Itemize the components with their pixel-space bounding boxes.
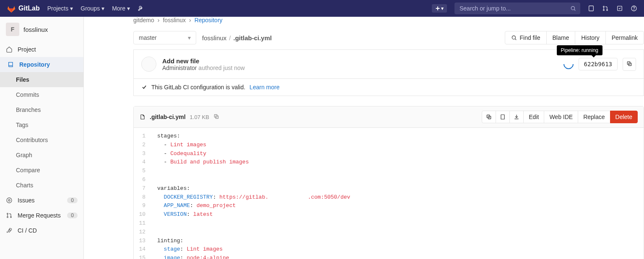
sidebar-sub-tags[interactable]: Tags: [0, 117, 83, 132]
replace-button[interactable]: Replace: [578, 111, 610, 123]
copy-icon: [213, 114, 219, 119]
svg-point-10: [7, 198, 12, 203]
copy-sha-button[interactable]: [623, 58, 636, 71]
svg-rect-3: [589, 6, 594, 11]
document-icon: [140, 114, 145, 120]
chevron-down-icon: ▾: [127, 5, 130, 12]
svg-point-9: [634, 10, 634, 10]
copy-contents-button[interactable]: [482, 111, 496, 123]
chevron-down-icon: ▾: [188, 34, 191, 41]
delete-button[interactable]: Delete: [610, 111, 638, 123]
sidebar-sub-graph[interactable]: Graph: [0, 148, 83, 163]
svg-point-5: [603, 10, 605, 11]
todos-icon[interactable]: [616, 5, 623, 12]
commit-sha[interactable]: 622b9613: [579, 58, 618, 70]
book-icon: [8, 61, 14, 68]
copy-icon: [486, 114, 492, 120]
svg-point-16: [512, 36, 516, 39]
sidebar-item-cicd[interactable]: CI / CD: [0, 223, 83, 238]
topnav-groups[interactable]: Groups ▾: [80, 5, 104, 12]
code-source[interactable]: stages: - Lint images - Codequality - Bu…: [152, 128, 644, 259]
global-search[interactable]: [454, 3, 580, 14]
issues-icon: [6, 197, 13, 204]
copy-path-button[interactable]: [213, 114, 219, 121]
permalink-button[interactable]: Permalink: [605, 31, 644, 44]
copy-icon: [626, 61, 632, 67]
file-panel: .gitlab-ci.yml 1.07 KB Edit Web IDE Repl…: [133, 106, 644, 259]
breadcrumb-section[interactable]: Repository: [195, 17, 223, 23]
ci-validity-banner: This GitLab CI configuration is valid. L…: [133, 79, 644, 96]
sidebar-sub-branches[interactable]: Branches: [0, 102, 83, 117]
merge-request-icon[interactable]: [602, 5, 609, 12]
webide-button[interactable]: Web IDE: [544, 111, 578, 123]
file-size: 1.07 KB: [190, 114, 209, 120]
search-input[interactable]: [459, 5, 570, 12]
validity-learn-more[interactable]: Learn more: [249, 84, 280, 91]
validity-text: This GitLab CI configuration is valid.: [151, 84, 245, 91]
file-name: .gitlab-ci.yml: [150, 114, 186, 120]
topnav-projects[interactable]: Projects ▾: [47, 5, 73, 12]
commit-time: authored just now: [198, 65, 245, 71]
brand[interactable]: GitLab: [7, 4, 40, 13]
svg-point-13: [7, 217, 8, 218]
wrench-icon[interactable]: [138, 5, 144, 12]
blame-button[interactable]: Blame: [546, 31, 576, 44]
commit-title: Add new file: [162, 57, 245, 65]
breadcrumb-project[interactable]: fosslinux: [163, 17, 185, 23]
issues-icon[interactable]: [588, 5, 595, 12]
merge-icon: [6, 212, 13, 219]
pipeline-status-running-icon[interactable]: [561, 57, 576, 71]
branch-selector[interactable]: master ▾: [133, 31, 196, 44]
raw-button[interactable]: [496, 111, 510, 123]
sidebar-sub-commits[interactable]: Commits: [0, 87, 83, 102]
chevron-right-icon: ›: [158, 17, 160, 23]
sidebar-sub-contributors[interactable]: Contributors: [0, 132, 83, 148]
line-numbers: 123456789101112131415: [134, 128, 152, 259]
file-header: .gitlab-ci.yml 1.07 KB Edit Web IDE Repl…: [134, 106, 644, 128]
sidebar-project-header[interactable]: F fosslinux: [0, 17, 83, 42]
svg-point-15: [9, 230, 10, 231]
commit-author[interactable]: Administrator: [162, 65, 197, 71]
help-icon[interactable]: [631, 5, 637, 12]
branch-value: master: [139, 34, 157, 41]
sidebar-item-project[interactable]: Project: [0, 42, 83, 57]
topbar: GitLab Projects ▾ Groups ▾ More ▾ ▾: [0, 0, 644, 17]
download-button[interactable]: [509, 111, 524, 123]
sidebar-item-issues[interactable]: Issues 0: [0, 193, 83, 208]
path-file: .gitlab-ci.yml: [234, 34, 272, 41]
path-root[interactable]: fosslinux: [202, 34, 226, 41]
author-avatar: [141, 57, 156, 72]
topbar-right: [588, 5, 637, 12]
svg-point-14: [10, 217, 12, 218]
commit-box: Add new file Administrator authored just…: [133, 50, 644, 79]
sidebar-sub-files[interactable]: Files: [0, 72, 83, 87]
breadcrumb-gitdemo[interactable]: gitdemo: [133, 17, 154, 23]
chevron-down-icon: ▾: [441, 5, 444, 11]
sidebar-item-merge-requests[interactable]: Merge Requests 0: [0, 208, 83, 223]
rocket-icon: [6, 227, 13, 234]
svg-rect-23: [501, 115, 504, 119]
edit-button[interactable]: Edit: [523, 111, 544, 123]
topnav-more[interactable]: More ▾: [112, 5, 130, 12]
topbar-nav: Projects ▾ Groups ▾ More ▾: [47, 5, 144, 12]
document-icon: [500, 114, 506, 120]
brand-label: GitLab: [18, 5, 40, 12]
issues-count: 0: [67, 197, 78, 203]
project-avatar: F: [6, 23, 19, 36]
sidebar-sub-compare[interactable]: Compare: [0, 163, 83, 178]
svg-point-11: [8, 199, 10, 201]
file-header-actions: Edit Web IDE Replace Delete: [482, 111, 638, 123]
svg-point-6: [607, 10, 608, 11]
search-icon: [570, 5, 576, 11]
svg-point-2: [571, 6, 574, 10]
sidebar: F fosslinux Project Repository Files Com…: [0, 17, 84, 259]
sidebar-item-repository[interactable]: Repository: [0, 57, 83, 72]
project-name: fosslinux: [23, 26, 48, 33]
breadcrumbs: gitdemo › fosslinux › Repository: [133, 17, 644, 31]
svg-point-12: [7, 213, 8, 215]
history-button[interactable]: History: [575, 31, 606, 44]
plus-dropdown[interactable]: ▾: [432, 4, 447, 13]
sidebar-sub-charts[interactable]: Charts: [0, 178, 83, 193]
find-file-button[interactable]: Find file: [505, 31, 546, 44]
chevron-right-icon: ›: [189, 17, 191, 23]
